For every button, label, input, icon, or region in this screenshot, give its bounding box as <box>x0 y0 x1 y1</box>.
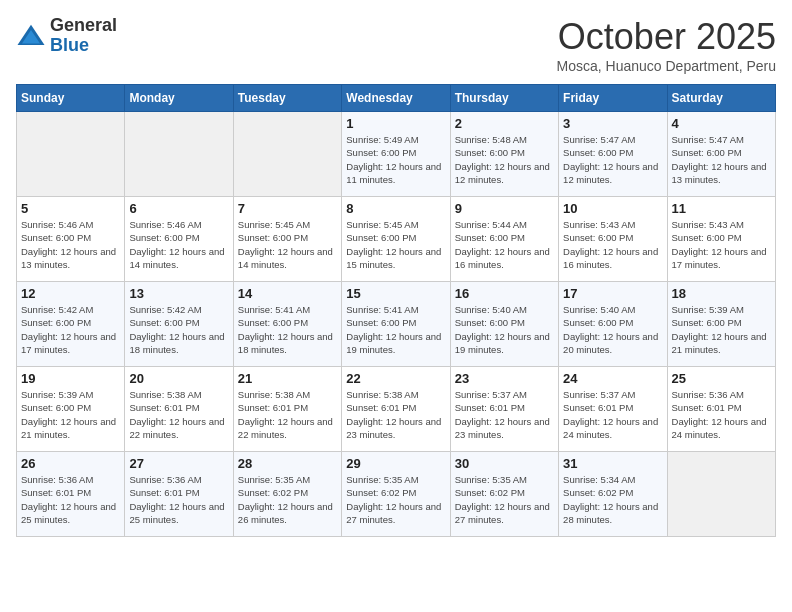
calendar-week-row: 1Sunrise: 5:49 AM Sunset: 6:00 PM Daylig… <box>17 112 776 197</box>
day-info: Sunrise: 5:39 AM Sunset: 6:00 PM Dayligh… <box>21 388 120 441</box>
calendar-week-row: 12Sunrise: 5:42 AM Sunset: 6:00 PM Dayli… <box>17 282 776 367</box>
day-number: 30 <box>455 456 554 471</box>
calendar-cell <box>667 452 775 537</box>
month-title: October 2025 <box>557 16 776 58</box>
day-number: 3 <box>563 116 662 131</box>
day-info: Sunrise: 5:39 AM Sunset: 6:00 PM Dayligh… <box>672 303 771 356</box>
calendar-cell: 20Sunrise: 5:38 AM Sunset: 6:01 PM Dayli… <box>125 367 233 452</box>
day-number: 11 <box>672 201 771 216</box>
day-info: Sunrise: 5:37 AM Sunset: 6:01 PM Dayligh… <box>563 388 662 441</box>
calendar-cell: 10Sunrise: 5:43 AM Sunset: 6:00 PM Dayli… <box>559 197 667 282</box>
day-number: 21 <box>238 371 337 386</box>
calendar-cell: 18Sunrise: 5:39 AM Sunset: 6:00 PM Dayli… <box>667 282 775 367</box>
day-number: 22 <box>346 371 445 386</box>
weekday-header: Monday <box>125 85 233 112</box>
day-number: 14 <box>238 286 337 301</box>
calendar-cell: 12Sunrise: 5:42 AM Sunset: 6:00 PM Dayli… <box>17 282 125 367</box>
day-info: Sunrise: 5:41 AM Sunset: 6:00 PM Dayligh… <box>346 303 445 356</box>
calendar-cell: 11Sunrise: 5:43 AM Sunset: 6:00 PM Dayli… <box>667 197 775 282</box>
day-info: Sunrise: 5:38 AM Sunset: 6:01 PM Dayligh… <box>238 388 337 441</box>
day-info: Sunrise: 5:45 AM Sunset: 6:00 PM Dayligh… <box>238 218 337 271</box>
logo-text: General Blue <box>50 16 117 56</box>
calendar-cell: 13Sunrise: 5:42 AM Sunset: 6:00 PM Dayli… <box>125 282 233 367</box>
weekday-header: Friday <box>559 85 667 112</box>
calendar-cell: 15Sunrise: 5:41 AM Sunset: 6:00 PM Dayli… <box>342 282 450 367</box>
day-info: Sunrise: 5:48 AM Sunset: 6:00 PM Dayligh… <box>455 133 554 186</box>
day-info: Sunrise: 5:47 AM Sunset: 6:00 PM Dayligh… <box>563 133 662 186</box>
calendar-cell: 21Sunrise: 5:38 AM Sunset: 6:01 PM Dayli… <box>233 367 341 452</box>
logo-icon <box>16 21 46 51</box>
day-number: 24 <box>563 371 662 386</box>
day-info: Sunrise: 5:44 AM Sunset: 6:00 PM Dayligh… <box>455 218 554 271</box>
calendar-cell: 31Sunrise: 5:34 AM Sunset: 6:02 PM Dayli… <box>559 452 667 537</box>
day-info: Sunrise: 5:38 AM Sunset: 6:01 PM Dayligh… <box>129 388 228 441</box>
day-info: Sunrise: 5:38 AM Sunset: 6:01 PM Dayligh… <box>346 388 445 441</box>
day-number: 15 <box>346 286 445 301</box>
day-info: Sunrise: 5:35 AM Sunset: 6:02 PM Dayligh… <box>346 473 445 526</box>
subtitle: Mosca, Huanuco Department, Peru <box>557 58 776 74</box>
day-info: Sunrise: 5:36 AM Sunset: 6:01 PM Dayligh… <box>129 473 228 526</box>
calendar-cell <box>125 112 233 197</box>
calendar-cell: 29Sunrise: 5:35 AM Sunset: 6:02 PM Dayli… <box>342 452 450 537</box>
day-number: 27 <box>129 456 228 471</box>
day-info: Sunrise: 5:34 AM Sunset: 6:02 PM Dayligh… <box>563 473 662 526</box>
calendar-cell: 26Sunrise: 5:36 AM Sunset: 6:01 PM Dayli… <box>17 452 125 537</box>
day-number: 5 <box>21 201 120 216</box>
calendar-cell: 8Sunrise: 5:45 AM Sunset: 6:00 PM Daylig… <box>342 197 450 282</box>
calendar-cell: 27Sunrise: 5:36 AM Sunset: 6:01 PM Dayli… <box>125 452 233 537</box>
day-info: Sunrise: 5:46 AM Sunset: 6:00 PM Dayligh… <box>21 218 120 271</box>
day-number: 29 <box>346 456 445 471</box>
day-info: Sunrise: 5:35 AM Sunset: 6:02 PM Dayligh… <box>238 473 337 526</box>
title-section: October 2025 Mosca, Huanuco Department, … <box>557 16 776 74</box>
day-number: 7 <box>238 201 337 216</box>
day-number: 4 <box>672 116 771 131</box>
day-info: Sunrise: 5:43 AM Sunset: 6:00 PM Dayligh… <box>672 218 771 271</box>
calendar-cell: 3Sunrise: 5:47 AM Sunset: 6:00 PM Daylig… <box>559 112 667 197</box>
day-number: 6 <box>129 201 228 216</box>
day-number: 25 <box>672 371 771 386</box>
calendar-cell: 6Sunrise: 5:46 AM Sunset: 6:00 PM Daylig… <box>125 197 233 282</box>
day-info: Sunrise: 5:42 AM Sunset: 6:00 PM Dayligh… <box>21 303 120 356</box>
page-header: General Blue October 2025 Mosca, Huanuco… <box>16 16 776 74</box>
calendar-cell: 1Sunrise: 5:49 AM Sunset: 6:00 PM Daylig… <box>342 112 450 197</box>
calendar-cell <box>17 112 125 197</box>
day-info: Sunrise: 5:49 AM Sunset: 6:00 PM Dayligh… <box>346 133 445 186</box>
calendar-week-row: 19Sunrise: 5:39 AM Sunset: 6:00 PM Dayli… <box>17 367 776 452</box>
calendar-cell: 17Sunrise: 5:40 AM Sunset: 6:00 PM Dayli… <box>559 282 667 367</box>
calendar-cell: 2Sunrise: 5:48 AM Sunset: 6:00 PM Daylig… <box>450 112 558 197</box>
day-info: Sunrise: 5:40 AM Sunset: 6:00 PM Dayligh… <box>455 303 554 356</box>
day-info: Sunrise: 5:40 AM Sunset: 6:00 PM Dayligh… <box>563 303 662 356</box>
day-number: 1 <box>346 116 445 131</box>
day-number: 17 <box>563 286 662 301</box>
header-row: SundayMondayTuesdayWednesdayThursdayFrid… <box>17 85 776 112</box>
calendar-cell: 23Sunrise: 5:37 AM Sunset: 6:01 PM Dayli… <box>450 367 558 452</box>
calendar-cell: 5Sunrise: 5:46 AM Sunset: 6:00 PM Daylig… <box>17 197 125 282</box>
logo: General Blue <box>16 16 117 56</box>
calendar-cell: 16Sunrise: 5:40 AM Sunset: 6:00 PM Dayli… <box>450 282 558 367</box>
calendar-cell: 9Sunrise: 5:44 AM Sunset: 6:00 PM Daylig… <box>450 197 558 282</box>
logo-general: General <box>50 15 117 35</box>
calendar-header: SundayMondayTuesdayWednesdayThursdayFrid… <box>17 85 776 112</box>
weekday-header: Thursday <box>450 85 558 112</box>
calendar-table: SundayMondayTuesdayWednesdayThursdayFrid… <box>16 84 776 537</box>
day-number: 2 <box>455 116 554 131</box>
weekday-header: Sunday <box>17 85 125 112</box>
weekday-header: Saturday <box>667 85 775 112</box>
logo-blue-text: Blue <box>50 35 89 55</box>
day-number: 19 <box>21 371 120 386</box>
day-info: Sunrise: 5:36 AM Sunset: 6:01 PM Dayligh… <box>21 473 120 526</box>
calendar-cell: 28Sunrise: 5:35 AM Sunset: 6:02 PM Dayli… <box>233 452 341 537</box>
day-number: 16 <box>455 286 554 301</box>
day-number: 9 <box>455 201 554 216</box>
calendar-cell <box>233 112 341 197</box>
day-info: Sunrise: 5:46 AM Sunset: 6:00 PM Dayligh… <box>129 218 228 271</box>
weekday-header: Tuesday <box>233 85 341 112</box>
day-info: Sunrise: 5:41 AM Sunset: 6:00 PM Dayligh… <box>238 303 337 356</box>
day-number: 26 <box>21 456 120 471</box>
calendar-cell: 22Sunrise: 5:38 AM Sunset: 6:01 PM Dayli… <box>342 367 450 452</box>
calendar-cell: 7Sunrise: 5:45 AM Sunset: 6:00 PM Daylig… <box>233 197 341 282</box>
calendar-week-row: 26Sunrise: 5:36 AM Sunset: 6:01 PM Dayli… <box>17 452 776 537</box>
weekday-header: Wednesday <box>342 85 450 112</box>
day-info: Sunrise: 5:36 AM Sunset: 6:01 PM Dayligh… <box>672 388 771 441</box>
day-number: 10 <box>563 201 662 216</box>
